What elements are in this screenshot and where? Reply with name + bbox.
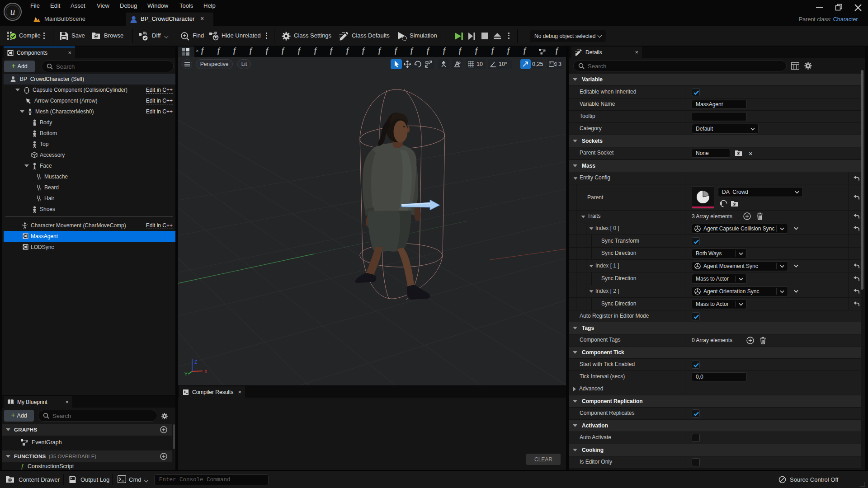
svg-text:u: u xyxy=(10,6,15,17)
svg-text:Y: Y xyxy=(184,372,188,377)
svg-text:X: X xyxy=(204,369,208,374)
svg-text:Z: Z xyxy=(194,360,197,365)
